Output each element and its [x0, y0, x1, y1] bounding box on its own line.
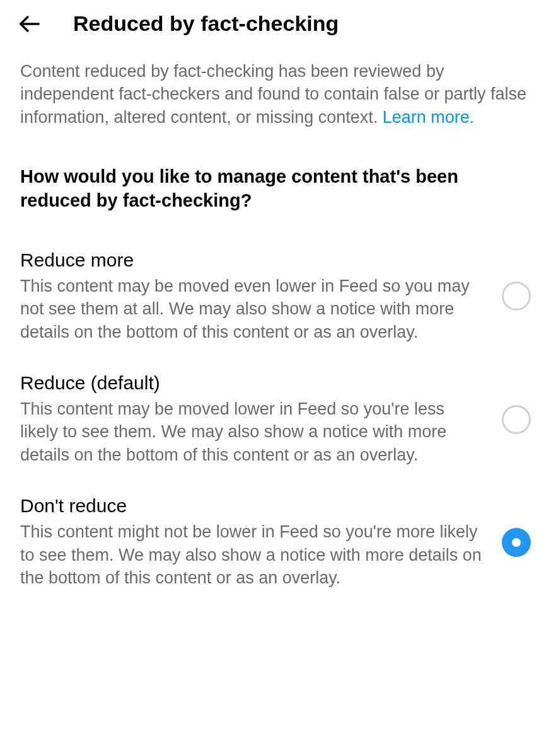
option-text: Reduce (default) This content may be mov…: [20, 372, 484, 466]
question-heading: How would you like to manage content tha…: [20, 165, 531, 212]
radio-selected-icon[interactable]: [502, 528, 531, 557]
option-reduce-default[interactable]: Reduce (default) This content may be mov…: [20, 372, 531, 466]
page-title: Reduced by fact-checking: [73, 11, 339, 36]
option-title: Don't reduce: [20, 495, 484, 517]
option-title: Reduce more: [20, 249, 484, 271]
option-text: Don't reduce This content might not be l…: [20, 495, 484, 589]
radio-unselected-icon[interactable]: [502, 282, 531, 311]
option-description: This content may be moved even lower in …: [20, 275, 484, 343]
radio-unselected-icon[interactable]: [502, 405, 531, 434]
option-reduce-more[interactable]: Reduce more This content may be moved ev…: [20, 249, 531, 343]
option-description: This content might not be lower in Feed …: [20, 520, 484, 589]
back-arrow-icon[interactable]: [18, 12, 42, 36]
description-text: Content reduced by fact-checking has bee…: [20, 60, 531, 129]
option-description: This content may be moved lower in Feed …: [20, 398, 484, 466]
content: Content reduced by fact-checking has bee…: [0, 47, 551, 631]
header: Reduced by fact-checking: [0, 0, 551, 47]
learn-more-link[interactable]: Learn more.: [383, 108, 475, 127]
option-dont-reduce[interactable]: Don't reduce This content might not be l…: [20, 495, 531, 589]
option-text: Reduce more This content may be moved ev…: [20, 249, 484, 343]
option-title: Reduce (default): [20, 372, 484, 394]
